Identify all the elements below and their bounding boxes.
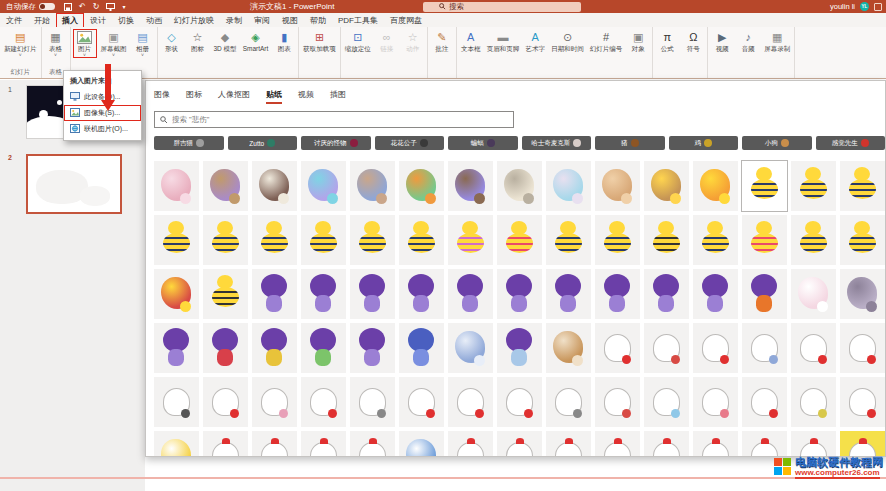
panel-tab-1[interactable]: 图标 <box>186 89 202 102</box>
user-name[interactable]: youlin li <box>830 2 855 11</box>
sticker-roosters-crowd[interactable] <box>448 431 493 457</box>
sticker-cat-drawing[interactable] <box>791 323 836 373</box>
sticker-rooster-small[interactable] <box>546 431 591 457</box>
audio-button[interactable]: ♪音频 <box>736 29 760 53</box>
sticker-telescope[interactable] <box>595 161 640 211</box>
menu-item-online-pictures[interactable]: 联机图片(O)... <box>64 121 141 137</box>
sticker-bees-dancing[interactable] <box>791 215 836 265</box>
sticker-cat-red-scarf[interactable] <box>644 323 689 373</box>
panel-tab-3[interactable]: 贴纸 <box>266 89 282 104</box>
menu-item-stock-images[interactable]: 图像集(S)... <box>64 105 141 121</box>
sticker-cat-posing[interactable] <box>840 323 885 373</box>
sticker-dog-treat[interactable] <box>546 323 591 373</box>
sticker-rooster-standing[interactable] <box>693 431 738 457</box>
save-icon[interactable] <box>64 3 72 11</box>
titlebar-search-box[interactable]: 搜索 <box>423 2 581 12</box>
sticker-purple-confetti[interactable] <box>252 269 297 319</box>
photo-album-button[interactable]: ▤相册˅ <box>131 29 155 58</box>
chart-button[interactable]: ▮图表 <box>272 29 296 53</box>
zoom-links-button[interactable]: ⊡缩放定位 <box>343 29 373 53</box>
undo-icon[interactable]: ↶ <box>79 2 86 11</box>
sticker-cat-angry[interactable] <box>595 377 640 427</box>
sticker-roosters-pair[interactable] <box>644 431 689 457</box>
sticker-bee-stop-sign[interactable] <box>154 269 199 319</box>
text-box-button[interactable]: A文本框 <box>459 29 483 53</box>
menu-tab-8[interactable]: 审阅 <box>248 13 276 28</box>
sticker-parrot[interactable] <box>399 161 444 211</box>
sticker-bee-pin[interactable] <box>497 215 542 265</box>
sticker-bee-celebrating[interactable] <box>595 215 640 265</box>
sticker-cat-playing[interactable] <box>840 377 885 427</box>
menu-tab-2[interactable]: 插入 <box>56 13 84 28</box>
sticker-bee-heart[interactable] <box>742 215 787 265</box>
sticker-bees-clapping[interactable] <box>301 215 346 265</box>
category-chip-8[interactable]: 小狗 <box>742 136 812 150</box>
date-time-button[interactable]: ⊙日期和时间 <box>549 29 586 53</box>
sticker-bee-glasses[interactable] <box>203 269 248 319</box>
category-chip-7[interactable]: 鸡 <box>669 136 739 150</box>
sticker-purple-waving[interactable] <box>350 269 395 319</box>
sticker-purple-pointing[interactable] <box>546 269 591 319</box>
sticker-purple-candle[interactable] <box>497 323 542 373</box>
wordart-button[interactable]: A艺术字 <box>523 29 547 53</box>
sticker-cat-stretching[interactable] <box>693 323 738 373</box>
category-chip-3[interactable]: 花花公子 <box>375 136 445 150</box>
customize-qat-icon[interactable]: ▾ <box>122 3 125 10</box>
panel-tab-4[interactable]: 视频 <box>298 89 314 102</box>
sticker-pirate-sailor[interactable] <box>350 161 395 211</box>
sticker-search-box[interactable] <box>154 111 514 128</box>
icons-button[interactable]: ☆图标 <box>186 29 210 53</box>
header-footer-button[interactable]: ▬页眉和页脚 <box>485 29 522 53</box>
sticker-anchor[interactable] <box>154 161 199 211</box>
sticker-tent[interactable] <box>399 431 444 457</box>
sticker-cat-computer[interactable] <box>154 377 199 427</box>
symbol-button[interactable]: Ω符号 <box>681 29 705 53</box>
sticker-cats-together[interactable] <box>448 377 493 427</box>
start-slideshow-icon[interactable] <box>106 3 115 11</box>
sticker-cat-mirror[interactable] <box>742 323 787 373</box>
menu-tab-6[interactable]: 幻灯片放映 <box>168 13 220 28</box>
sticker-bees-performing[interactable] <box>693 215 738 265</box>
screenshot-button[interactable]: ▣屏幕截图˅ <box>99 29 129 58</box>
category-chip-6[interactable]: 猪 <box>595 136 665 150</box>
smartart-button[interactable]: ◈SmartArt <box>241 29 271 53</box>
sticker-search-input[interactable] <box>172 115 508 124</box>
sticker-rooster-jam[interactable] <box>252 431 297 457</box>
sticker-skull-crossbones[interactable] <box>497 161 542 211</box>
sticker-bee-on-fire[interactable] <box>693 161 738 211</box>
sticker-bee-flower[interactable] <box>448 215 493 265</box>
sticker-bee-happy[interactable] <box>840 215 885 265</box>
sticker-purple-group[interactable] <box>399 269 444 319</box>
menu-tab-5[interactable]: 动画 <box>140 13 168 28</box>
panel-tab-5[interactable]: 插图 <box>330 89 346 102</box>
sticker-bee-trophy[interactable] <box>742 161 787 211</box>
sticker-bee-idea[interactable] <box>546 215 591 265</box>
sticker-bee-dancing[interactable] <box>252 215 297 265</box>
sticker-pirate-traveler[interactable] <box>203 161 248 211</box>
sticker-cat-sad[interactable] <box>399 377 444 427</box>
comment-button[interactable]: ✎批注 <box>430 29 454 53</box>
screen-recording-button[interactable]: ▦屏幕录制 <box>762 29 792 53</box>
table-button[interactable]: ▦表格˅ <box>44 29 68 58</box>
sticker-bee-laughing[interactable] <box>350 215 395 265</box>
sticker-rooster-basket[interactable] <box>350 431 395 457</box>
shapes-button[interactable]: ◇形状 <box>160 29 184 53</box>
picture-button[interactable]: 图片˅ <box>73 29 97 58</box>
sticker-cat-tv[interactable] <box>350 377 395 427</box>
sticker-chick-sun[interactable] <box>154 431 199 457</box>
sticker-cat-waving[interactable] <box>203 377 248 427</box>
sticker-cat-sitting[interactable] <box>595 323 640 373</box>
sticker-bee-waving[interactable] <box>154 215 199 265</box>
sticker-bees-highfive[interactable] <box>840 161 885 211</box>
category-chip-9[interactable]: 感觉先生 <box>816 136 886 150</box>
sticker-bee-singing[interactable] <box>644 215 689 265</box>
menu-tab-4[interactable]: 切换 <box>112 13 140 28</box>
object-button[interactable]: ▣对象 <box>626 29 650 53</box>
sticker-teacup[interactable] <box>791 269 836 319</box>
category-chip-5[interactable]: 哈士奇麦克斯 <box>522 136 592 150</box>
get-addins-button[interactable]: ⊞获取加载项 <box>301 29 338 53</box>
sticker-blue-hair[interactable] <box>399 323 444 373</box>
category-chip-4[interactable]: 蝙蝠 <box>448 136 518 150</box>
sticker-rooster-sketching[interactable] <box>497 431 542 457</box>
sticker-purple-cheering[interactable] <box>448 269 493 319</box>
